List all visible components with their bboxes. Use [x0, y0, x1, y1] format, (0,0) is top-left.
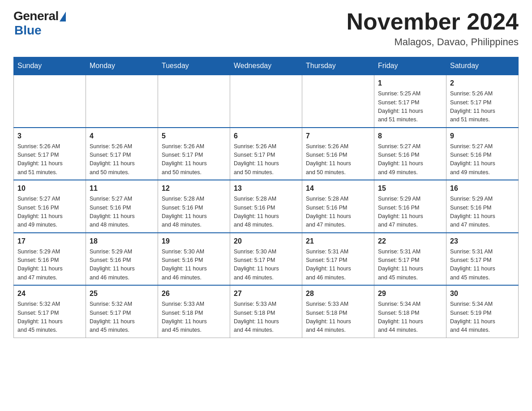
calendar-cell [14, 75, 86, 128]
calendar-cell: 6Sunrise: 5:26 AMSunset: 5:17 PMDaylight… [230, 128, 302, 180]
weekday-header-row: SundayMondayTuesdayWednesdayThursdayFrid… [14, 57, 519, 75]
day-info: Sunrise: 5:25 AMSunset: 5:17 PMDaylight:… [378, 90, 442, 124]
day-info: Sunrise: 5:26 AMSunset: 5:16 PMDaylight:… [306, 142, 370, 177]
day-number: 18 [90, 236, 154, 247]
weekday-header-tuesday: Tuesday [158, 57, 230, 75]
logo-triangle-icon [60, 12, 66, 21]
day-info: Sunrise: 5:26 AMSunset: 5:17 PMDaylight:… [162, 142, 226, 177]
day-number: 1 [378, 78, 442, 89]
calendar-cell: 1Sunrise: 5:25 AMSunset: 5:17 PMDaylight… [374, 75, 446, 128]
day-number: 4 [90, 131, 154, 141]
day-number: 22 [378, 236, 442, 247]
calendar-cell: 8Sunrise: 5:27 AMSunset: 5:16 PMDaylight… [374, 128, 446, 180]
day-info: Sunrise: 5:28 AMSunset: 5:16 PMDaylight:… [234, 195, 298, 230]
calendar-cell: 18Sunrise: 5:29 AMSunset: 5:16 PMDayligh… [86, 233, 158, 286]
day-info: Sunrise: 5:27 AMSunset: 5:16 PMDaylight:… [450, 142, 515, 177]
calendar-cell: 3Sunrise: 5:26 AMSunset: 5:17 PMDaylight… [14, 128, 86, 180]
calendar-cell: 30Sunrise: 5:34 AMSunset: 5:19 PMDayligh… [446, 285, 519, 338]
day-number: 19 [162, 236, 226, 247]
day-info: Sunrise: 5:30 AMSunset: 5:16 PMDaylight:… [162, 248, 226, 283]
calendar-cell: 25Sunrise: 5:32 AMSunset: 5:17 PMDayligh… [86, 285, 158, 338]
day-info: Sunrise: 5:28 AMSunset: 5:16 PMDaylight:… [306, 195, 370, 230]
calendar-cell: 13Sunrise: 5:28 AMSunset: 5:16 PMDayligh… [230, 180, 302, 233]
day-info: Sunrise: 5:31 AMSunset: 5:17 PMDaylight:… [306, 248, 370, 283]
calendar-cell: 9Sunrise: 5:27 AMSunset: 5:16 PMDaylight… [446, 128, 519, 180]
calendar-cell: 14Sunrise: 5:28 AMSunset: 5:16 PMDayligh… [302, 180, 374, 233]
calendar-cell: 28Sunrise: 5:33 AMSunset: 5:18 PMDayligh… [302, 285, 374, 338]
day-info: Sunrise: 5:33 AMSunset: 5:18 PMDaylight:… [234, 300, 298, 335]
calendar-week-row: 17Sunrise: 5:29 AMSunset: 5:16 PMDayligh… [14, 233, 519, 286]
day-info: Sunrise: 5:29 AMSunset: 5:16 PMDaylight:… [450, 195, 515, 230]
calendar-week-row: 3Sunrise: 5:26 AMSunset: 5:17 PMDaylight… [14, 128, 519, 180]
day-number: 17 [17, 236, 82, 247]
day-number: 12 [162, 183, 226, 194]
day-number: 11 [90, 183, 154, 194]
day-info: Sunrise: 5:26 AMSunset: 5:17 PMDaylight:… [450, 90, 515, 124]
calendar-cell [302, 75, 374, 128]
day-number: 15 [378, 183, 442, 194]
calendar-cell: 19Sunrise: 5:30 AMSunset: 5:16 PMDayligh… [158, 233, 230, 286]
weekday-header-monday: Monday [86, 57, 158, 75]
weekday-header-thursday: Thursday [302, 57, 374, 75]
calendar-week-row: 24Sunrise: 5:32 AMSunset: 5:17 PMDayligh… [14, 285, 519, 338]
weekday-header-sunday: Sunday [14, 57, 86, 75]
day-info: Sunrise: 5:29 AMSunset: 5:16 PMDaylight:… [378, 195, 442, 230]
calendar-cell: 16Sunrise: 5:29 AMSunset: 5:16 PMDayligh… [446, 180, 519, 233]
day-number: 9 [450, 131, 515, 141]
day-number: 26 [162, 288, 226, 299]
calendar-cell: 29Sunrise: 5:34 AMSunset: 5:18 PMDayligh… [374, 285, 446, 338]
day-number: 10 [17, 183, 82, 194]
day-info: Sunrise: 5:31 AMSunset: 5:17 PMDaylight:… [378, 248, 442, 283]
day-number: 27 [234, 288, 298, 299]
day-info: Sunrise: 5:31 AMSunset: 5:17 PMDaylight:… [450, 248, 515, 283]
day-number: 6 [234, 131, 298, 141]
logo: General Blue [13, 9, 66, 38]
day-info: Sunrise: 5:34 AMSunset: 5:18 PMDaylight:… [378, 300, 442, 335]
day-number: 5 [162, 131, 226, 141]
weekday-header-saturday: Saturday [446, 57, 519, 75]
calendar-cell: 24Sunrise: 5:32 AMSunset: 5:17 PMDayligh… [14, 285, 86, 338]
day-info: Sunrise: 5:29 AMSunset: 5:16 PMDaylight:… [90, 248, 154, 283]
page-header: General Blue November 2024 Malagos, Dava… [13, 9, 519, 48]
day-info: Sunrise: 5:33 AMSunset: 5:18 PMDaylight:… [162, 300, 226, 335]
day-info: Sunrise: 5:33 AMSunset: 5:18 PMDaylight:… [306, 300, 370, 335]
day-info: Sunrise: 5:27 AMSunset: 5:16 PMDaylight:… [17, 195, 82, 230]
day-info: Sunrise: 5:30 AMSunset: 5:17 PMDaylight:… [234, 248, 298, 283]
month-year-title: November 2024 [347, 9, 519, 34]
day-info: Sunrise: 5:26 AMSunset: 5:17 PMDaylight:… [17, 142, 82, 177]
logo-general-text: General [13, 9, 59, 23]
day-number: 16 [450, 183, 515, 194]
location-subtitle: Malagos, Davao, Philippines [347, 36, 519, 48]
calendar-cell: 27Sunrise: 5:33 AMSunset: 5:18 PMDayligh… [230, 285, 302, 338]
calendar-table: SundayMondayTuesdayWednesdayThursdayFrid… [13, 57, 519, 338]
calendar-cell: 2Sunrise: 5:26 AMSunset: 5:17 PMDaylight… [446, 75, 519, 128]
calendar-week-row: 1Sunrise: 5:25 AMSunset: 5:17 PMDaylight… [14, 75, 519, 128]
day-info: Sunrise: 5:32 AMSunset: 5:17 PMDaylight:… [90, 300, 154, 335]
calendar-cell [158, 75, 230, 128]
day-number: 8 [378, 131, 442, 141]
calendar-cell: 12Sunrise: 5:28 AMSunset: 5:16 PMDayligh… [158, 180, 230, 233]
day-number: 25 [90, 288, 154, 299]
calendar-cell: 23Sunrise: 5:31 AMSunset: 5:17 PMDayligh… [446, 233, 519, 286]
weekday-header-wednesday: Wednesday [230, 57, 302, 75]
calendar-cell: 17Sunrise: 5:29 AMSunset: 5:16 PMDayligh… [14, 233, 86, 286]
calendar-cell: 22Sunrise: 5:31 AMSunset: 5:17 PMDayligh… [374, 233, 446, 286]
day-info: Sunrise: 5:27 AMSunset: 5:16 PMDaylight:… [378, 142, 442, 177]
day-number: 2 [450, 78, 515, 89]
calendar-cell [230, 75, 302, 128]
day-info: Sunrise: 5:32 AMSunset: 5:17 PMDaylight:… [17, 300, 82, 335]
day-info: Sunrise: 5:26 AMSunset: 5:17 PMDaylight:… [234, 142, 298, 177]
day-number: 3 [17, 131, 82, 141]
day-info: Sunrise: 5:34 AMSunset: 5:19 PMDaylight:… [450, 300, 515, 335]
day-number: 24 [17, 288, 82, 299]
calendar-cell: 21Sunrise: 5:31 AMSunset: 5:17 PMDayligh… [302, 233, 374, 286]
calendar-cell: 5Sunrise: 5:26 AMSunset: 5:17 PMDaylight… [158, 128, 230, 180]
day-number: 14 [306, 183, 370, 194]
day-number: 20 [234, 236, 298, 247]
day-number: 29 [378, 288, 442, 299]
day-number: 23 [450, 236, 515, 247]
logo-blue-text: Blue [14, 23, 42, 38]
calendar-cell: 10Sunrise: 5:27 AMSunset: 5:16 PMDayligh… [14, 180, 86, 233]
calendar-cell [86, 75, 158, 128]
weekday-header-friday: Friday [374, 57, 446, 75]
